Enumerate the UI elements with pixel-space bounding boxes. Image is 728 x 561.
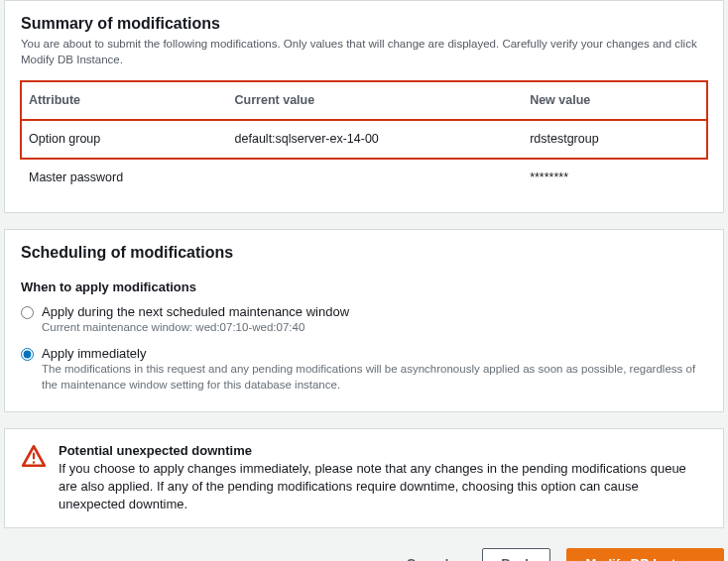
col-current: Current value: [227, 81, 523, 120]
back-button[interactable]: Back: [482, 548, 550, 561]
svg-rect-0: [33, 452, 35, 459]
modify-db-instance-button[interactable]: Modify DB Instance: [566, 548, 724, 561]
radio-apply-immediately-sub: The modifications in this request and an…: [42, 363, 695, 392]
downtime-alert: Potential unexpected downtime If you cho…: [4, 428, 724, 529]
radio-apply-immediately[interactable]: Apply immediately The modifications in t…: [21, 346, 707, 393]
modifications-table: Attribute Current value New value Option…: [21, 81, 707, 196]
radio-maintenance-window-title: Apply during the next scheduled maintena…: [42, 304, 349, 319]
summary-title: Summary of modifications: [21, 15, 707, 33]
cell-new: ********: [522, 159, 707, 197]
scheduling-label: When to apply modifications: [21, 280, 707, 294]
footer-actions: Cancel Back Modify DB Instance: [4, 548, 724, 561]
cell-current: [227, 159, 523, 197]
summary-panel: Summary of modifications You are about t…: [4, 0, 724, 213]
cell-attribute: Option group: [21, 120, 227, 159]
col-attribute: Attribute: [21, 81, 227, 120]
radio-maintenance-window[interactable]: Apply during the next scheduled maintena…: [21, 304, 707, 336]
col-new: New value: [522, 81, 707, 120]
svg-rect-1: [33, 461, 35, 463]
radio-maintenance-window-sub: Current maintenance window: wed:07:10-we…: [42, 321, 304, 333]
cell-attribute: Master password: [21, 159, 227, 197]
radio-apply-immediately-title: Apply immediately: [42, 346, 147, 361]
scheduling-title: Scheduling of modifications: [21, 244, 707, 262]
warning-icon: [21, 443, 47, 514]
summary-description: You are about to submit the following mo…: [21, 37, 707, 67]
cell-current: default:sqlserver-ex-14-00: [227, 120, 523, 159]
alert-title: Potential unexpected downtime: [59, 443, 707, 458]
cancel-button[interactable]: Cancel: [389, 549, 467, 561]
cell-new: rdstestgroup: [522, 120, 707, 159]
alert-body: If you choose to apply changes immediate…: [59, 460, 707, 514]
radio-apply-immediately-input[interactable]: [21, 348, 34, 361]
scheduling-panel: Scheduling of modifications When to appl…: [4, 229, 724, 412]
table-row: Master password ********: [21, 159, 707, 197]
radio-maintenance-window-input[interactable]: [21, 306, 34, 319]
table-row: Option group default:sqlserver-ex-14-00 …: [21, 120, 707, 159]
